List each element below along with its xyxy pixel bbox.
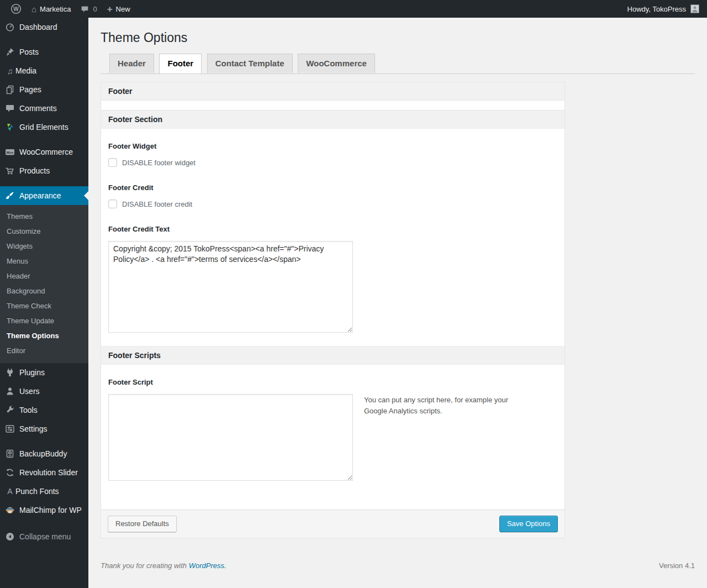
sidebar-item-woocommerce[interactable]: Woo WooCommerce [0,143,88,161]
sidebar-item-label: Appearance [19,191,61,200]
sidebar-item-label: BackupBuddy [19,449,67,458]
footer-credit-text-textarea[interactable]: Copyright &copy; 2015 TokoPress<span><a … [108,241,353,333]
footer-script-textarea[interactable] [108,394,353,481]
footer-credit-label: Footer Credit [108,183,557,192]
sidebar-item-label: Revolution Slider [19,468,78,477]
sidebar-item-label: Settings [19,424,48,433]
footer-box-title: Footer [101,82,564,101]
backupbuddy-icon [4,449,15,459]
submenu-item-menus[interactable]: Menus [0,254,88,269]
menu-separator [0,36,88,43]
wordpress-logo-menu[interactable]: W [6,0,27,18]
collapse-menu-button[interactable]: Collapse menu [0,527,88,546]
page-title: Theme Options [101,30,695,46]
sidebar-item-label: Punch Fonts [15,487,59,496]
version-text: Version 4.1 [659,561,695,570]
collapse-arrow-icon [4,532,15,542]
comments-admin-bar-item[interactable]: 0 [76,0,102,18]
tab-contact-template[interactable]: Contact Template [207,54,293,73]
theme-options-panel: Footer Footer Section Footer Widget DISA… [101,82,565,538]
tab-header[interactable]: Header [109,54,154,73]
sidebar-item-label: Dashboard [19,23,57,32]
tab-bar: Header Footer Contact Template WooCommer… [101,54,695,74]
sidebar-item-appearance[interactable]: Appearance [0,186,88,205]
submenu-item-theme-options[interactable]: Theme Options [0,328,88,343]
footer-section-heading: Footer Section [101,111,564,129]
sidebar-item-label: Grid Elements [19,123,68,132]
howdy-text: Howdy, TokoPress [627,5,686,13]
sidebar-item-punch-fonts[interactable]: A Punch Fonts [0,482,88,501]
wordpress-logo-icon: W [10,3,22,14]
submenu-item-editor[interactable]: Editor [0,343,88,358]
footer-widget-checkbox[interactable] [108,158,117,167]
sidebar-item-products[interactable]: Products [0,161,88,180]
avatar [690,4,699,13]
submenu-item-customize[interactable]: Customize [0,224,88,239]
sidebar-item-backupbuddy[interactable]: BackupBuddy [0,444,88,463]
site-name-menu[interactable]: ⌂ Marketica [27,0,76,18]
submenu-item-widgets[interactable]: Widgets [0,239,88,254]
sidebar-item-pages[interactable]: Pages [0,80,88,99]
pages-icon [4,85,15,95]
submenu-item-themes[interactable]: Themes [0,209,88,224]
sidebar-item-mailchimp[interactable]: MailChimp for WP [0,501,88,519]
sidebar-item-posts[interactable]: Posts [0,43,88,61]
footer-script-label: Footer Script [108,378,557,386]
sidebar-item-dashboard[interactable]: Dashboard [0,18,88,36]
sidebar-item-comments[interactable]: Comments [0,99,88,118]
sidebar-item-label: Products [19,166,50,175]
footer-box-body [101,101,564,110]
sidebar-item-label: Users [19,387,40,396]
site-name: Marketica [40,5,71,13]
media-icon: ♫ [4,66,15,76]
footer-widget-checkbox-row[interactable]: DISABLE footer widget [108,158,557,167]
plus-icon: + [107,4,113,14]
tab-footer[interactable]: Footer [159,54,202,74]
submenu-item-background[interactable]: Background [0,284,88,298]
users-icon [4,386,15,396]
new-content-menu[interactable]: + New [102,0,135,18]
panel-action-bar: Restore Defaults Save Options [101,510,564,538]
sidebar-item-settings[interactable]: Settings [0,419,88,438]
cart-icon [4,166,15,176]
sidebar-item-label: Pages [19,85,41,94]
footer-widget-label: Footer Widget [108,142,557,150]
my-account-menu[interactable]: Howdy, TokoPress [622,0,699,18]
footer-scripts-body: Footer Script You can put any script her… [101,365,564,510]
footer-thanks-prefix: Thank you for creating with [101,561,189,570]
sidebar-item-users[interactable]: Users [0,382,88,401]
submenu-item-header[interactable]: Header [0,269,88,284]
sidebar-item-label: Posts [19,48,39,56]
collapse-menu-label: Collapse menu [19,532,71,541]
sidebar-item-label: MailChimp for WP [19,506,82,514]
appearance-submenu: Themes Customize Widgets Menus Header Ba… [0,205,88,363]
footer-script-help-text: You can put any script here, for example… [364,394,532,417]
footer-credit-checkbox[interactable] [108,200,117,208]
sidebar-item-plugins[interactable]: Plugins [0,363,88,382]
footer-title-box: Footer [101,82,565,111]
menu-separator [0,180,88,186]
save-options-button[interactable]: Save Options [499,516,558,532]
sidebar-item-tools[interactable]: Tools [0,401,88,419]
appearance-brush-icon [4,191,15,201]
wordpress-link[interactable]: WordPress. [189,561,226,570]
tab-woocommerce[interactable]: WooCommerce [298,54,375,73]
sidebar-item-media[interactable]: ♫ Media [0,61,88,80]
restore-defaults-button[interactable]: Restore Defaults [108,516,177,532]
menu-separator [0,519,88,527]
new-label: New [116,5,130,13]
mailchimp-icon [4,505,15,515]
plugin-icon [4,368,15,377]
submenu-item-theme-check[interactable]: Theme Check [0,298,88,313]
footer-credit-checkbox-row[interactable]: DISABLE footer credit [108,200,557,208]
sidebar-item-label: Media [15,66,36,75]
admin-footer: Thank you for creating with WordPress. V… [101,538,695,581]
footer-section-body: Footer Widget DISABLE footer widget Foot… [101,129,564,346]
sidebar-item-grid-elements[interactable]: Grid Elements [0,118,88,136]
submenu-item-theme-update[interactable]: Theme Update [0,313,88,328]
avatar-person-icon [691,5,699,13]
svg-text:Woo: Woo [7,151,14,154]
admin-bar: W ⌂ Marketica 0 + New Howdy, TokoPress [0,0,707,18]
footer-scripts-heading: Footer Scripts [101,346,564,365]
sidebar-item-revolution-slider[interactable]: Revolution Slider [0,463,88,482]
